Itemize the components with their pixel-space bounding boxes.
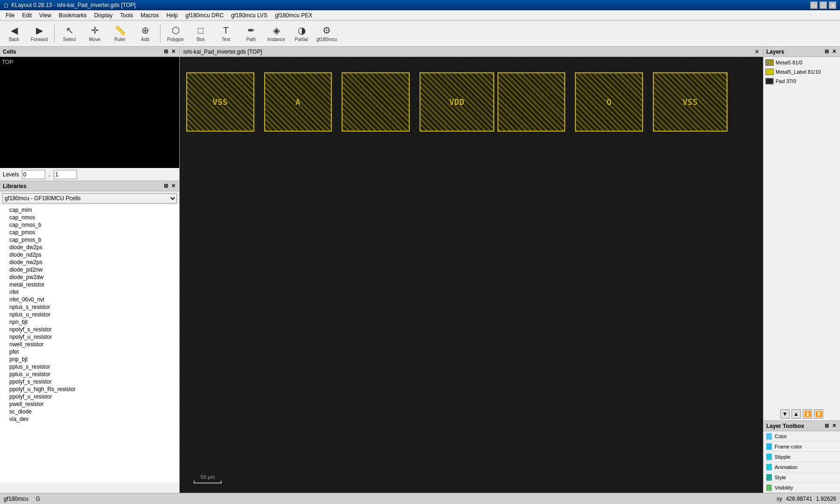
toolbar-separator <box>54 24 55 43</box>
minimize-button[interactable]: — <box>810 1 818 9</box>
libraries-ctrl2[interactable]: ✕ <box>170 183 176 189</box>
lib-item-diode_nd2ps[interactable]: diode_nd2ps <box>2 251 177 259</box>
lib-item-pfet[interactable]: pfet <box>2 348 177 356</box>
toolbar: ◀Back▶Forward↖Select✛Move📏Ruler⊕Add⬡Poly… <box>0 21 840 47</box>
pad-pad2[interactable]: A <box>264 72 332 132</box>
menu-item-view[interactable]: View <box>35 11 55 20</box>
lib-item-cap_pmos_b[interactable]: cap_pmos_b <box>2 236 177 244</box>
menu-item-gf180mcu-lvs[interactable]: gf180mcu LVS <box>227 11 271 20</box>
tool-polygon[interactable]: ⬡Polygon <box>163 22 188 45</box>
lib-item-pplus_s_resistor[interactable]: pplus_s_resistor <box>2 363 177 371</box>
tool-instance[interactable]: ◈Instance <box>264 22 288 45</box>
lib-item-diode_dw2ps[interactable]: diode_dw2ps <box>2 244 177 251</box>
toolbox-item-color[interactable]: Color <box>763 431 840 441</box>
libraries-dropdown[interactable]: gf180mcu - GF180MCU Pcells <box>2 193 177 203</box>
layers-ctrl1[interactable]: ⊞ <box>823 49 830 55</box>
lib-item-ppolyf_u_high_Rs_resistor[interactable]: ppolyf_u_high_Rs_resistor <box>2 385 177 393</box>
lib-item-ppolyf_u_resistor[interactable]: ppolyf_u_resistor <box>2 393 177 400</box>
pad-pad6[interactable]: Q <box>575 72 643 132</box>
tool-forward[interactable]: ▶Forward <box>27 22 51 45</box>
scale-bar-line <box>194 481 222 483</box>
tool-move[interactable]: ✛Move <box>83 22 107 45</box>
lib-item-nfet_06v0_nvt[interactable]: nfet_06v0_nvt <box>2 296 177 303</box>
libraries-ctrl1[interactable]: ⊞ <box>162 183 169 189</box>
toolbox-ctrl1[interactable]: ⊞ <box>823 423 830 429</box>
tool-partial[interactable]: ◑Partial <box>289 22 314 45</box>
lib-item-diode_pd2nw[interactable]: diode_pd2nw <box>2 266 177 273</box>
lib-item-pnp_bjt[interactable]: pnp_bjt <box>2 356 177 363</box>
toolbox-item-visibility[interactable]: Visibility <box>763 483 840 493</box>
menu-item-help[interactable]: Help <box>163 11 182 20</box>
tool-back[interactable]: ◀Back <box>2 22 26 45</box>
layer-metal5[interactable]: Metal5 81/0 <box>763 58 840 67</box>
lib-item-cap_nmos[interactable]: cap_nmos <box>2 214 177 221</box>
menu-item-tools[interactable]: Tools <box>116 11 137 20</box>
maximize-button[interactable]: □ <box>819 1 827 9</box>
menu-item-bookmarks[interactable]: Bookmarks <box>55 11 91 20</box>
lib-item-cap_nmos_b[interactable]: cap_nmos_b <box>2 221 177 229</box>
lib-item-via_dev[interactable]: via_dev <box>2 415 177 423</box>
levels-from-input[interactable] <box>22 170 45 179</box>
close-button[interactable]: ✕ <box>829 1 836 9</box>
menu-item-edit[interactable]: Edit <box>18 11 35 20</box>
levels-to-input[interactable] <box>54 170 77 179</box>
pad-pad1[interactable]: VSS <box>186 72 254 132</box>
canvas-content[interactable]: 50 μm VSSAVDDQVSS <box>180 57 763 493</box>
arrow-down[interactable]: ▼ <box>780 409 790 419</box>
gf180mcu-icon: ⚙ <box>322 25 331 36</box>
cells-title: Cells <box>3 49 16 55</box>
lib-item-metal_resistor[interactable]: metal_resistor <box>2 281 177 288</box>
tool-path[interactable]: ✒Path <box>239 22 263 45</box>
tool-ruler[interactable]: 📏Ruler <box>108 22 132 45</box>
canvas-close[interactable]: ✕ <box>755 49 759 55</box>
lib-item-nwell_resistor[interactable]: nwell_resistor <box>2 341 177 348</box>
layer-label-metal5: Metal5 81/0 <box>776 60 802 65</box>
tool-box[interactable]: □Box <box>189 22 213 45</box>
lib-item-ppolyf_s_resistor[interactable]: ppolyf_s_resistor <box>2 378 177 385</box>
lib-item-diode_nw2ps[interactable]: diode_nw2ps <box>2 259 177 266</box>
pad-pad4[interactable]: VDD <box>420 72 494 132</box>
lib-item-nplus_s_resistor[interactable]: nplus_s_resistor <box>2 303 177 311</box>
tool-add[interactable]: ⊕Add <box>133 22 157 45</box>
levels-separator: .. <box>48 171 51 178</box>
pad-pad7[interactable]: VSS <box>653 72 728 132</box>
toolbox-color-visibility <box>766 484 772 491</box>
toolbox-item-animation[interactable]: Animation <box>763 462 840 472</box>
lib-item-pwell_resistor[interactable]: pwell_resistor <box>2 400 177 408</box>
arrow-top[interactable]: ⏫ <box>803 409 812 419</box>
tool-gf180mcu[interactable]: ⚙gf180mcu <box>315 22 339 45</box>
lib-item-diode_pw2dw[interactable]: diode_pw2dw <box>2 273 177 281</box>
menu-item-gf180mcu-pex[interactable]: gf180mcu PEX <box>271 11 316 20</box>
arrow-up[interactable]: ▲ <box>791 409 801 419</box>
toolbox-ctrl2[interactable]: ✕ <box>831 423 837 429</box>
layer-metal5_label[interactable]: Metal5_Label 81/10 <box>763 67 840 77</box>
layer-pad[interactable]: Pad 37/0 <box>763 77 840 86</box>
libraries-list: cap_mimcap_nmoscap_nmos_bcap_pmoscap_pmo… <box>0 205 179 483</box>
lib-item-cap_mim[interactable]: cap_mim <box>2 206 177 214</box>
arrow-bottom[interactable]: ⏬ <box>814 409 823 419</box>
tool-text[interactable]: TText <box>214 22 238 45</box>
toolbox-item-frame_color[interactable]: Frame color <box>763 441 840 452</box>
lib-item-cap_pmos[interactable]: cap_pmos <box>2 229 177 236</box>
pad-pad5[interactable] <box>497 72 566 132</box>
cells-ctrl1[interactable]: ⊞ <box>162 49 169 55</box>
window-controls[interactable]: — □ ✕ <box>810 1 836 9</box>
tool-select[interactable]: ↖Select <box>57 22 82 45</box>
lib-item-npn_bjt[interactable]: npn_bjt <box>2 318 177 326</box>
cells-ctrl2[interactable]: ✕ <box>170 49 176 55</box>
menu-item-display[interactable]: Display <box>91 11 116 20</box>
lib-item-nplus_u_resistor[interactable]: nplus_u_resistor <box>2 311 177 318</box>
menu-item-macros[interactable]: Macros <box>137 11 162 20</box>
menu-item-file[interactable]: File <box>2 11 18 20</box>
layers-ctrl2[interactable]: ✕ <box>831 49 837 55</box>
toolbox-item-style[interactable]: Style <box>763 472 840 483</box>
toolbox-item-stipple[interactable]: Stipple <box>763 452 840 462</box>
lib-item-sc_diode[interactable]: sc_diode <box>2 408 177 415</box>
lib-item-npolyf_u_resistor[interactable]: npolyf_u_resistor <box>2 333 177 341</box>
lib-item-nfet[interactable]: nfet <box>2 288 177 296</box>
pad-pad3[interactable] <box>342 72 410 132</box>
lib-item-pplus_u_resistor[interactable]: pplus_u_resistor <box>2 371 177 378</box>
status-tech: gf180mcu <box>4 496 28 502</box>
lib-item-npolyf_s_resistor[interactable]: npolyf_s_resistor <box>2 326 177 333</box>
menu-item-gf180mcu-drc[interactable]: gf180mcu DRC <box>182 11 227 20</box>
